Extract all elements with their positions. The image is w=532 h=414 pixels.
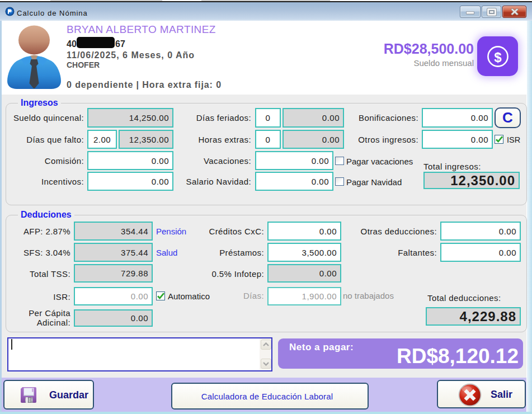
svg-text:$: $ [494,50,502,65]
